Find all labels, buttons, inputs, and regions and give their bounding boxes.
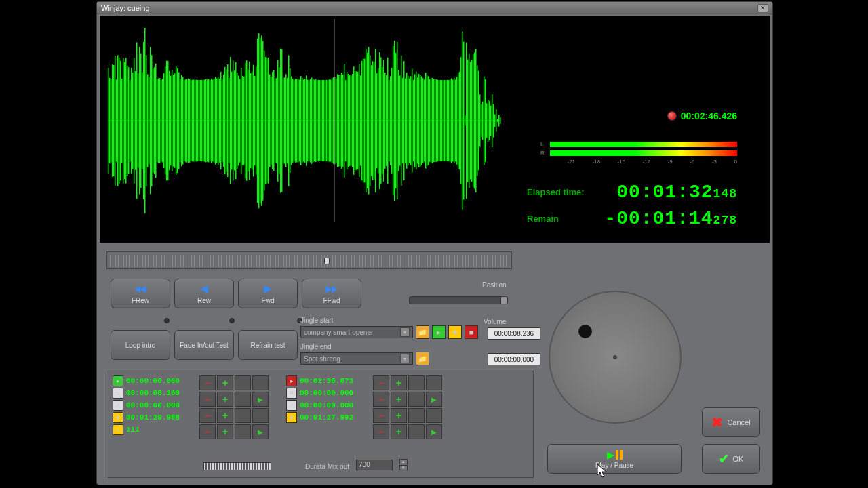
cue-row[interactable]: ↘00:00:08.169 xyxy=(113,388,194,399)
mixout-input[interactable] xyxy=(356,460,393,470)
svg-rect-223 xyxy=(409,79,410,163)
cue-row[interactable]: ★00:01:20.988 xyxy=(113,412,194,423)
svg-rect-75 xyxy=(208,79,210,163)
cue-cell[interactable] xyxy=(373,424,389,439)
svg-rect-133 xyxy=(287,78,288,163)
cue-cell[interactable] xyxy=(391,392,407,407)
cue-cell[interactable] xyxy=(373,392,389,407)
cue-cell[interactable] xyxy=(391,424,407,439)
mixout-down[interactable]: ▾ xyxy=(399,465,408,470)
cue-cell[interactable] xyxy=(373,375,389,390)
cue-cell[interactable] xyxy=(426,375,442,390)
jingle-start-select[interactable]: company smart opener ▾ xyxy=(300,326,413,338)
cue-row[interactable]: ↗00:00:00.000 xyxy=(286,400,368,411)
cue-row[interactable]: ▸00:00:00.000 xyxy=(113,375,194,386)
cue-cell[interactable] xyxy=(199,408,216,423)
svg-rect-76 xyxy=(210,80,211,161)
svg-rect-70 xyxy=(201,80,203,161)
cue-cell[interactable] xyxy=(217,408,233,423)
svg-rect-103 xyxy=(246,60,248,180)
ok-button[interactable]: ✔ OK xyxy=(702,444,760,474)
cue-cell[interactable] xyxy=(408,408,425,423)
svg-rect-138 xyxy=(294,80,295,162)
svg-rect-78 xyxy=(212,79,214,161)
waveform-display[interactable] xyxy=(108,19,501,222)
svg-rect-83 xyxy=(219,79,220,163)
cue-icon: ★ xyxy=(286,412,297,423)
play-pause-button[interactable]: ▶ Play / Pause xyxy=(547,444,682,474)
cue-cell[interactable] xyxy=(217,392,233,407)
svg-rect-30 xyxy=(147,74,149,167)
cue-cell[interactable] xyxy=(408,392,425,407)
cue-cell[interactable] xyxy=(426,392,442,407)
cue-cell[interactable] xyxy=(235,392,251,407)
cue-cell[interactable] xyxy=(408,375,425,390)
close-button[interactable]: ✕ xyxy=(757,4,768,12)
svg-rect-275 xyxy=(479,94,481,146)
jingle-end-select[interactable]: Spot sbreng ▾ xyxy=(300,352,413,365)
cue-cell[interactable] xyxy=(235,375,251,390)
svg-rect-211 xyxy=(393,46,394,195)
ffwd-button[interactable]: FFwd xyxy=(302,279,361,308)
cue-cell[interactable] xyxy=(408,424,425,439)
cue-cell[interactable] xyxy=(252,375,269,390)
svg-rect-31 xyxy=(149,77,150,165)
svg-rect-187 xyxy=(360,75,361,166)
refrain-test-button[interactable]: Refrain test xyxy=(238,330,298,360)
jingle-start-star-button[interactable]: ★ xyxy=(448,325,462,339)
cancel-button[interactable]: ✖ Cancel xyxy=(702,407,760,437)
cue-time: 00:00:00.000 xyxy=(126,401,180,409)
svg-rect-192 xyxy=(367,53,368,188)
svg-marker-297 xyxy=(332,285,337,293)
cue-cell[interactable] xyxy=(217,424,233,439)
fade-test-button[interactable]: Fade In/out Test xyxy=(174,330,234,360)
cue-cell[interactable] xyxy=(235,424,251,439)
jog-wheel[interactable] xyxy=(549,291,682,424)
jingle-start-play-button[interactable]: ▸ xyxy=(432,325,446,339)
cue-row[interactable]: ⚠111 xyxy=(113,424,194,435)
window-title: Winjay: cueing xyxy=(101,4,150,12)
cue-cell[interactable] xyxy=(391,408,407,423)
jingle-start-stop-button[interactable]: ■ xyxy=(465,325,478,339)
cue-time: 00:01:20.988 xyxy=(126,413,180,422)
cue-row[interactable]: ↗00:00:00.000 xyxy=(113,400,194,411)
cue-cell[interactable] xyxy=(235,408,251,423)
cue-cell[interactable] xyxy=(199,375,216,390)
mixout-up[interactable]: ▴ xyxy=(399,459,408,464)
svg-rect-132 xyxy=(285,74,287,167)
jingle-end-folder-button[interactable]: 📁 xyxy=(416,352,429,365)
svg-rect-218 xyxy=(402,78,403,163)
cue-cell[interactable] xyxy=(391,375,407,390)
cue-cell[interactable] xyxy=(252,424,269,439)
cue-cell[interactable] xyxy=(426,424,442,439)
position-slider[interactable] xyxy=(409,296,508,304)
cue-cell[interactable] xyxy=(217,375,233,390)
total-timecode: 00:02:46.426 xyxy=(667,110,737,121)
cue-cell[interactable] xyxy=(199,424,216,439)
svg-rect-87 xyxy=(224,67,226,174)
cue-row[interactable]: ✖00:00:00.000 xyxy=(286,388,368,399)
cue-cell[interactable] xyxy=(199,392,216,407)
loop-intro-button[interactable]: Loop intro xyxy=(111,330,170,360)
svg-rect-205 xyxy=(384,73,386,169)
rew-button[interactable]: Rew xyxy=(174,279,234,308)
cue-cell[interactable] xyxy=(252,408,269,423)
frew-button[interactable]: FRew xyxy=(111,279,170,308)
svg-rect-14 xyxy=(125,58,127,183)
cue-row[interactable]: ▸00:02:36.873 xyxy=(286,375,368,386)
cue-cell[interactable] xyxy=(252,392,269,407)
svg-rect-273 xyxy=(477,66,478,176)
svg-rect-249 xyxy=(444,80,446,161)
scrub-track[interactable] xyxy=(106,251,512,269)
cue-row[interactable]: ★00:01:27.992 xyxy=(286,412,368,423)
jingle-start-folder-button[interactable]: 📁 xyxy=(416,325,429,339)
scrub-handle[interactable] xyxy=(324,258,330,264)
svg-rect-36 xyxy=(155,64,157,178)
svg-rect-98 xyxy=(239,79,241,163)
position-handle[interactable] xyxy=(500,296,507,304)
cue-cell[interactable] xyxy=(426,408,442,423)
svg-rect-225 xyxy=(412,68,413,172)
svg-rect-74 xyxy=(207,79,208,161)
cue-cell[interactable] xyxy=(373,408,389,423)
fwd-button[interactable]: Fwd xyxy=(238,279,298,308)
